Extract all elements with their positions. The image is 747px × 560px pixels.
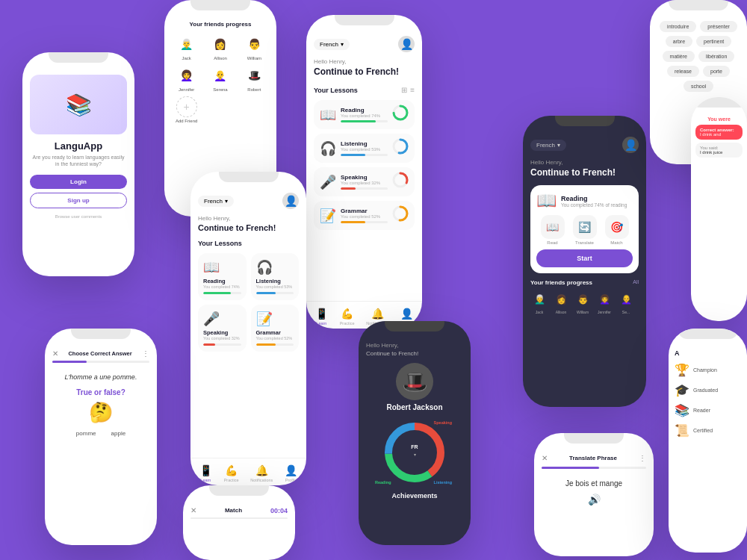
translate-icon: 🔄	[573, 215, 597, 239]
p4-avatar-jennifer: 👩‍🦱	[595, 290, 613, 308]
reading-progress-label: You completed 74%	[341, 113, 388, 118]
svg-text:FR: FR	[411, 444, 418, 449]
word-pertinent[interactable]: pertinent	[696, 36, 731, 47]
word-introduire[interactable]: introduire	[660, 21, 696, 32]
greeting-text: Hello Henry,	[314, 58, 415, 65]
p5-grammar-card[interactable]: 📝 Grammar You completed 52%	[251, 305, 300, 352]
learn-icon-p5: 📱	[199, 464, 212, 476]
reading-icon: 📖	[320, 107, 336, 123]
lesson-speaking[interactable]: 🎤 Speaking You completed 32%	[314, 167, 415, 196]
add-friend-item[interactable]: + Add Friend	[176, 96, 197, 123]
word-school[interactable]: school	[684, 81, 713, 92]
friend-name-william: William	[247, 56, 261, 60]
friend-avatar-serena: 👩‍🦲	[210, 65, 231, 86]
login-button[interactable]: Login	[30, 175, 127, 189]
translate-title: Translate Phrase	[569, 455, 617, 461]
p4-friend-allison: 👩 Allison	[552, 290, 570, 314]
phone-reading-detail: French ▾ 👤 Hello Henry, Continue to Fren…	[523, 116, 646, 407]
phone-notch	[209, 485, 269, 496]
notif-label-p5: Notifications	[250, 478, 273, 482]
listening-label: Listening	[434, 480, 452, 485]
phone-main-learn: French ▾ 👤 Hello Henry, Continue to Fren…	[306, 15, 422, 329]
action-match[interactable]: 🎯 Match	[605, 215, 629, 245]
language-selector-p5[interactable]: French ▾	[198, 196, 234, 207]
phone-profile: Hello Henry, Continue to French! 🎩 Rober…	[359, 321, 471, 545]
language-selector[interactable]: French ▾	[314, 39, 350, 50]
p5-grammar-icon: 📝	[256, 311, 294, 327]
option-apple[interactable]: apple	[111, 430, 126, 437]
robert-name: Robert Jackson	[366, 403, 463, 411]
lesson-listening[interactable]: 🎧 Listening You completed 53%	[314, 134, 415, 163]
reader-label: Reader	[693, 408, 710, 413]
match-label: Match	[610, 240, 622, 245]
p4-avatar-allison: 👩	[552, 290, 570, 308]
p4-name-jennifer: Jennifer	[598, 310, 611, 314]
nav-practice[interactable]: 💪 Practice	[340, 308, 355, 326]
notif-icon-p5: 🔔	[255, 464, 268, 476]
translate-progress-fill	[542, 467, 599, 469]
translate-label: Translate	[575, 240, 594, 245]
nav-notif-p5[interactable]: 🔔 Notifications	[250, 464, 273, 482]
word-arbre[interactable]: arbre	[666, 36, 692, 47]
reading-info: Reading You completed 74%	[341, 107, 388, 122]
said-text: I drink juice	[700, 150, 738, 155]
profile-label-p5: Profile	[285, 478, 297, 482]
grammar-progress-fill	[341, 221, 365, 223]
start-button[interactable]: Start	[536, 249, 633, 267]
friend-name-jack: Jack	[182, 56, 190, 60]
word-matiere[interactable]: matière	[663, 51, 695, 62]
you-said-section: You said: I drink juice	[695, 143, 743, 158]
champion-icon: 🏆	[675, 363, 689, 377]
p4-avatar-jack: 👨‍🦳	[530, 290, 548, 308]
p5-reading-name: Reading	[203, 278, 241, 284]
p5-listening-card[interactable]: 🎧 Listening You completed 53%	[251, 253, 300, 300]
speaking-chart	[392, 172, 409, 192]
p5-reading-card[interactable]: 📖 Reading You completed 74%	[198, 253, 247, 300]
nav-learn-p5[interactable]: 📱 Learn	[199, 464, 212, 482]
p4-friend-jack: 👨‍🦳 Jack	[530, 290, 548, 314]
p5-speaking-card[interactable]: 🎤 Speaking You completed 32%	[198, 305, 247, 352]
action-translate[interactable]: 🔄 Translate	[573, 215, 597, 245]
add-friend-label: Add Friend	[176, 119, 197, 123]
nav-learn-label: Learn	[316, 321, 326, 326]
listening-progress-label: You completed 53%	[341, 147, 388, 152]
chevron-down-icon: ▾	[341, 41, 344, 48]
nav-profile-p5[interactable]: 👤 Profile	[285, 464, 297, 482]
match-timer: 00:04	[270, 507, 288, 514]
lessons-title: Your Lessons	[314, 87, 358, 94]
lessons-grid: 📖 Reading You completed 74% 🎧 Listening …	[198, 253, 299, 352]
nav-practice-p5[interactable]: 💪 Practice	[224, 464, 239, 482]
translate-menu-icon[interactable]: ⋮	[639, 454, 646, 462]
speaker-icon[interactable]: 🔊	[534, 494, 654, 505]
word-release[interactable]: release	[667, 66, 699, 77]
friends-all-link[interactable]: All	[633, 279, 639, 286]
word-porte[interactable]: porte	[703, 66, 730, 77]
browse-link[interactable]: Browse user comments	[30, 214, 127, 219]
french-sentence: L'homme a une pomme.	[45, 369, 157, 388]
match-close-icon[interactable]: ✕	[190, 506, 196, 514]
practice-icon: 💪	[341, 308, 353, 320]
phone-feedback: You were Correct answer: I drink and You…	[691, 97, 747, 321]
list-view-icon[interactable]: ≡	[410, 86, 415, 94]
grid-view-icon[interactable]: ⊞	[401, 86, 407, 94]
lesson-reading[interactable]: 📖 Reading You completed 74%	[314, 100, 415, 129]
app-tagline: Are you ready to learn languages easily …	[30, 154, 127, 167]
reading-greeting: Hello Henry,	[530, 159, 639, 166]
lesson-grammar[interactable]: 📝 Grammar You completed 52%	[314, 201, 415, 230]
achievements-section-title: A	[675, 349, 741, 357]
p5-subtitle: Continue to French!	[198, 223, 299, 232]
language-selector-dark[interactable]: French ▾	[530, 140, 566, 151]
speaking-name: Speaking	[341, 174, 388, 181]
close-icon[interactable]: ✕	[52, 349, 58, 358]
word-liberation[interactable]: libération	[698, 51, 734, 62]
signup-button[interactable]: Sign up	[30, 193, 127, 208]
read-label: Read	[547, 240, 557, 245]
option-pomme[interactable]: pomme	[76, 430, 96, 437]
graduated-label: Graduated	[693, 388, 718, 393]
menu-dots-icon[interactable]: ⋮	[142, 349, 149, 358]
speaking-progress-bar	[341, 187, 388, 190]
action-read[interactable]: 📖 Read	[541, 215, 565, 245]
nav-learn[interactable]: 📱 Learn	[315, 308, 328, 326]
word-presenter[interactable]: présenter	[700, 21, 737, 32]
translate-close-icon[interactable]: ✕	[542, 454, 548, 462]
